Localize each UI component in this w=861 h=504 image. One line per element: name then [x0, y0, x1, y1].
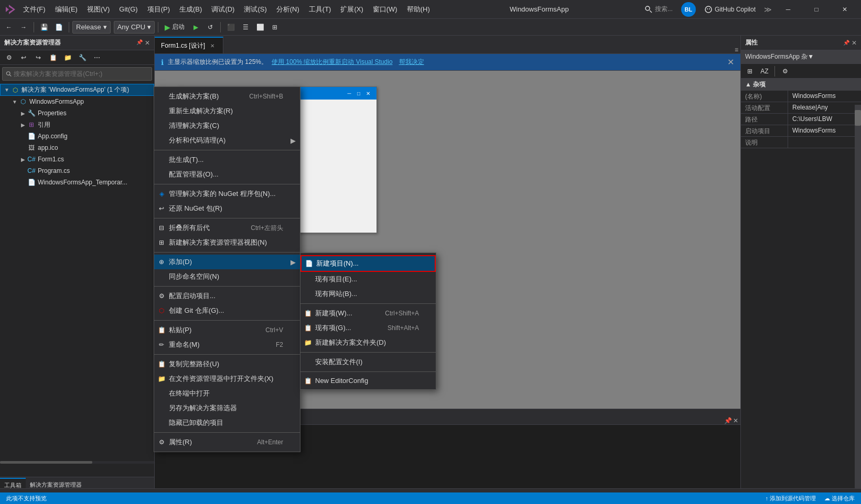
submenu-new-folder[interactable]: 📁 新建解决方案文件夹(D) [300, 335, 436, 350]
forward-button[interactable]: → [17, 20, 30, 34]
prop-row-startup[interactable]: 启动项目 WindowsForms [741, 125, 861, 137]
bottom-pin-icon[interactable]: 📌 [724, 417, 732, 424]
tree-item-project[interactable]: ▼ ⬡ WindowsFormsApp [0, 96, 154, 107]
submenu-install-config[interactable]: 安装配置文件(I) [300, 355, 436, 369]
menu-tools[interactable]: 工具(T) [305, 3, 336, 16]
props-properties-btn[interactable]: ⚙ [778, 64, 792, 78]
sidebar-scrollbar[interactable] [0, 461, 154, 464]
prop-row-path[interactable]: 路径 C:\Users\LBW [741, 114, 861, 125]
status-add-source[interactable]: ↑ 添加到源代码管理 [763, 495, 818, 502]
props-scrollbar[interactable] [855, 105, 861, 488]
tree-item-solution[interactable]: ▼ ⬡ 解决方案 'WindowsFormsApp' (1 个项) [0, 84, 154, 96]
menu-file[interactable]: 文件(F) [19, 3, 50, 16]
sidebar-pin-icon[interactable]: 📌 [136, 39, 143, 47]
tab-list-icon[interactable]: ≡ [735, 46, 738, 53]
prop-row-name[interactable]: (名称) WindowsForms [741, 91, 861, 102]
toolbar-play2[interactable]: ▶ [189, 20, 202, 34]
start-button[interactable]: ▶ 启动 [162, 21, 188, 32]
submenu-new-editorconfig[interactable]: 📋 New EditorConfig [300, 374, 436, 387]
bottom-close-icon[interactable]: ✕ [733, 417, 738, 424]
configuration-dropdown[interactable]: Release ▾ [72, 21, 111, 34]
properties-close-icon[interactable]: ✕ [852, 39, 857, 47]
ctx-menu-item-save-as-filter[interactable]: 另存为解决方案筛选器 [154, 401, 300, 415]
form-close-btn[interactable]: ✕ [364, 90, 372, 97]
submenu-new-item[interactable]: 📋 新建项(W)... Ctrl+Shift+A [300, 306, 436, 321]
expander-form1[interactable]: ▶ [19, 157, 27, 162]
ctx-menu-item-collapse[interactable]: ⊟ 折叠所有后代 Ctrl+左箭头 [154, 221, 300, 235]
ctx-menu-item-open-explorer[interactable]: 📁 在文件资源管理器中打开文件夹(X) [154, 371, 300, 386]
ctx-menu-item-batch[interactable]: 批生成(T)... [154, 152, 300, 167]
sidebar-toolbar-btn-7[interactable]: ⋯ [90, 51, 104, 64]
menu-help[interactable]: 帮助(H) [403, 3, 434, 16]
github-copilot-button[interactable]: GitHub Copilot [700, 3, 760, 16]
form-min-btn[interactable]: ─ [345, 90, 353, 97]
prop-row-description[interactable]: 说明 [741, 137, 861, 148]
sidebar-toolbar-btn-6[interactable]: 🔧 [76, 51, 89, 64]
properties-object-selector[interactable]: WindowsFormsApp 杂▼ [741, 50, 861, 64]
menu-view[interactable]: 视图(V) [83, 3, 114, 16]
sidebar-close-icon[interactable]: ✕ [145, 39, 150, 47]
solution-search-box[interactable] [2, 67, 152, 81]
ctx-menu-item-rename[interactable]: ✏ 重命名(M) F2 [154, 337, 300, 352]
props-categorized-btn[interactable]: ⊞ [743, 64, 757, 78]
maximize-button[interactable]: □ [804, 0, 828, 19]
sidebar-toolbar-btn-1[interactable]: ⚙ [2, 51, 16, 64]
ctx-menu-item-open-terminal[interactable]: 在终端中打开 [154, 386, 300, 401]
ctx-menu-item-copy-path[interactable]: 📋 复制完整路径(U) [154, 357, 300, 371]
ctx-menu-item-nuget[interactable]: ◈ 管理解决方案的 NuGet 程序包(N)... [154, 187, 300, 201]
search-text[interactable]: 搜索... [655, 5, 673, 14]
user-avatar[interactable]: BL [681, 2, 696, 17]
notification-link2[interactable]: 帮我决定 [399, 58, 424, 67]
save-all-button[interactable]: 📄 [52, 20, 66, 34]
expander-properties[interactable]: ▶ [19, 111, 27, 116]
expander-references[interactable]: ▶ [19, 122, 27, 128]
toolbar-btn-2[interactable]: ☰ [239, 20, 252, 34]
close-button[interactable]: ✕ [833, 0, 857, 19]
ctx-menu-item-properties[interactable]: ⚙ 属性(R) Alt+Enter [154, 435, 300, 450]
notification-close-btn[interactable]: ✕ [727, 57, 734, 67]
sidebar-toolbar-btn-4[interactable]: 📋 [46, 51, 60, 64]
ctx-menu-item-config-manager[interactable]: 配置管理器(O)... [154, 167, 300, 182]
ctx-menu-item-create-git[interactable]: ⬡ 创建 Git 仓库(G)... [154, 303, 300, 318]
sidebar-toolbar-btn-2[interactable]: ↩ [17, 51, 30, 64]
sidebar-toolbar-btn-5[interactable]: 📁 [61, 51, 74, 64]
toolbar-refresh[interactable]: ↺ [203, 20, 217, 34]
tab-form1-designer[interactable]: Form1.cs [设计] ✕ [155, 37, 223, 53]
menu-window[interactable]: 窗口(W) [369, 3, 402, 16]
menu-build[interactable]: 生成(B) [175, 3, 206, 16]
tree-item-appico[interactable]: ▶ 🖼 app.ico [0, 142, 154, 154]
toolbar-btn-4[interactable]: ⊞ [268, 20, 282, 34]
submenu-existing-project[interactable]: 现有项目(E)... [300, 272, 436, 287]
tree-item-form1[interactable]: ▶ C# Form1.cs [0, 154, 154, 165]
form-max-btn[interactable]: □ [354, 90, 363, 97]
toolbar-btn-1[interactable]: ⬛ [224, 20, 238, 34]
tree-item-appconfig[interactable]: ▶ 📄 App.config [0, 130, 154, 142]
save-button[interactable]: 💾 [37, 20, 51, 34]
menu-extensions[interactable]: 扩展(X) [336, 3, 367, 16]
ctx-menu-item-restore-nuget[interactable]: ↩ 还原 NuGet 包(R) [154, 201, 300, 216]
ctx-menu-item-analyze[interactable]: 分析和代码清理(A) ▶ [154, 133, 300, 148]
expander-solution[interactable]: ▼ [3, 87, 11, 93]
submenu-existing-item[interactable]: 📋 现有项(G)... Shift+Alt+A [300, 321, 436, 335]
menu-analyze[interactable]: 分析(N) [272, 3, 304, 16]
tree-item-properties[interactable]: ▶ 🔧 Properties [0, 107, 154, 119]
ctx-menu-item-hide-unloaded[interactable]: 隐藏已卸载的项目 [154, 415, 300, 430]
submenu-existing-website[interactable]: 现有网站(B)... [300, 287, 436, 301]
sidebar-toolbar-btn-3[interactable]: ↪ [31, 51, 45, 64]
properties-pin-icon[interactable]: 📌 [843, 40, 849, 46]
tree-item-program[interactable]: ▶ C# Program.cs [0, 165, 154, 177]
copilot-expand[interactable]: ≫ [764, 5, 772, 14]
menu-debug[interactable]: 调试(D) [207, 3, 239, 16]
ctx-menu-item-configure-startup[interactable]: ⚙ 配置启动项目... [154, 289, 300, 303]
menu-edit[interactable]: 编辑(E) [51, 3, 82, 16]
ctx-menu-item-add[interactable]: ⊕ 添加(D) ▶ 📄 新建项目(N)... 现有项目(E)... 现有网站(B… [154, 255, 300, 269]
ctx-menu-item-paste[interactable]: 📋 粘贴(P) Ctrl+V [154, 323, 300, 337]
platform-dropdown[interactable]: Any CPU ▾ [114, 21, 155, 34]
toolbar-btn-3[interactable]: ⬜ [253, 20, 267, 34]
notification-link[interactable]: 使用 100% 缩放比例重新启动 Visual Studio [272, 58, 393, 67]
ctx-menu-item-clean[interactable]: 清理解决方案(C) [154, 118, 300, 133]
tree-item-temp[interactable]: ▶ 📄 WindowsFormsApp_Temporar... [0, 177, 154, 188]
tab-close-btn[interactable]: ✕ [208, 41, 217, 50]
menu-project[interactable]: 项目(P) [143, 3, 174, 16]
expander-project[interactable]: ▼ [10, 99, 19, 105]
